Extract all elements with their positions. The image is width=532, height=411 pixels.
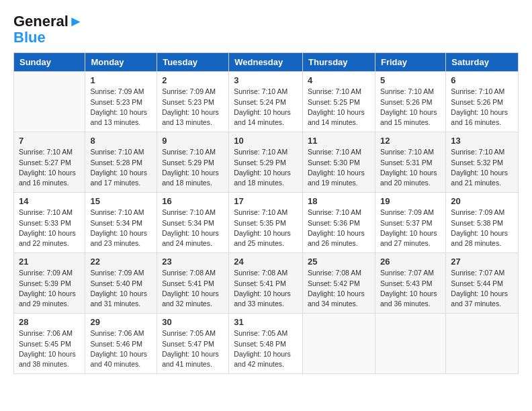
daylight-text-2: and 13 minutes. [90, 118, 152, 128]
sunrise-text: Sunrise: 7:10 AM [19, 147, 80, 157]
day-info: Sunrise: 7:10 AMSunset: 5:27 PMDaylight:… [19, 147, 80, 188]
daylight-text-2: and 27 minutes. [380, 238, 441, 248]
day-number: 13 [451, 136, 513, 146]
daylight-text-2: and 15 minutes. [380, 118, 441, 128]
sunrise-text: Sunrise: 7:08 AM [234, 268, 298, 278]
daylight-text-2: and 23 minutes. [90, 238, 152, 248]
sunset-text: Sunset: 5:40 PM [90, 279, 152, 289]
day-info: Sunrise: 7:09 AMSunset: 5:38 PMDaylight:… [451, 208, 513, 248]
calendar-cell: 6Sunrise: 7:10 AMSunset: 5:26 PMDaylight… [446, 72, 519, 132]
sunset-text: Sunset: 5:36 PM [308, 218, 370, 228]
header-tuesday: Tuesday [157, 53, 229, 72]
daylight-text: Daylight: 10 hours [90, 228, 152, 238]
daylight-text: Daylight: 10 hours [19, 349, 80, 359]
daylight-text-2: and 17 minutes. [90, 178, 152, 188]
daylight-text: Daylight: 10 hours [451, 228, 513, 238]
logo: General► Blue [13, 13, 83, 46]
day-number: 11 [308, 136, 370, 146]
day-number: 23 [162, 257, 224, 267]
sunrise-text: Sunrise: 7:09 AM [451, 208, 513, 218]
day-info: Sunrise: 7:06 AMSunset: 5:45 PMDaylight:… [19, 328, 80, 369]
daylight-text: Daylight: 10 hours [380, 107, 441, 118]
daylight-text: Daylight: 10 hours [162, 168, 224, 178]
day-number: 29 [90, 317, 152, 327]
header-monday: Monday [85, 53, 157, 72]
sunset-text: Sunset: 5:48 PM [234, 339, 298, 349]
day-info: Sunrise: 7:10 AMSunset: 5:24 PMDaylight:… [234, 87, 298, 128]
daylight-text: Daylight: 10 hours [234, 228, 298, 238]
day-number: 16 [162, 196, 224, 206]
sunrise-text: Sunrise: 7:09 AM [380, 208, 441, 218]
sunset-text: Sunset: 5:30 PM [308, 158, 370, 168]
calendar-cell [14, 72, 85, 132]
calendar-cell: 18Sunrise: 7:10 AMSunset: 5:36 PMDayligh… [303, 193, 375, 253]
day-number: 2 [162, 75, 224, 85]
day-info: Sunrise: 7:10 AMSunset: 5:29 PMDaylight:… [162, 147, 224, 188]
daylight-text-2: and 28 minutes. [451, 238, 513, 248]
daylight-text: Daylight: 10 hours [90, 349, 152, 359]
calendar-cell: 5Sunrise: 7:10 AMSunset: 5:26 PMDaylight… [375, 72, 445, 132]
sunset-text: Sunset: 5:35 PM [234, 218, 298, 228]
sunrise-text: Sunrise: 7:10 AM [234, 208, 298, 218]
calendar-cell: 7Sunrise: 7:10 AMSunset: 5:27 PMDaylight… [14, 132, 85, 193]
daylight-text: Daylight: 10 hours [162, 228, 224, 238]
sunset-text: Sunset: 5:44 PM [451, 279, 513, 289]
day-number: 30 [162, 317, 224, 327]
calendar-week-4: 21Sunrise: 7:09 AMSunset: 5:39 PMDayligh… [14, 253, 519, 314]
day-info: Sunrise: 7:09 AMSunset: 5:23 PMDaylight:… [162, 87, 224, 128]
sunset-text: Sunset: 5:29 PM [234, 158, 298, 168]
day-number: 15 [90, 196, 152, 206]
daylight-text: Daylight: 10 hours [234, 168, 298, 178]
day-info: Sunrise: 7:10 AMSunset: 5:34 PMDaylight:… [162, 208, 224, 248]
sunrise-text: Sunrise: 7:09 AM [90, 87, 152, 97]
day-info: Sunrise: 7:10 AMSunset: 5:30 PMDaylight:… [308, 147, 370, 188]
calendar-cell: 29Sunrise: 7:06 AMSunset: 5:46 PMDayligh… [85, 314, 157, 374]
sunrise-text: Sunrise: 7:09 AM [19, 268, 80, 278]
sunrise-text: Sunrise: 7:10 AM [234, 87, 298, 97]
calendar-cell: 11Sunrise: 7:10 AMSunset: 5:30 PMDayligh… [303, 132, 375, 193]
day-info: Sunrise: 7:10 AMSunset: 5:29 PMDaylight:… [234, 147, 298, 188]
page-header: General► Blue [13, 13, 519, 46]
daylight-text-2: and 16 minutes. [19, 178, 80, 188]
calendar-cell: 1Sunrise: 7:09 AMSunset: 5:23 PMDaylight… [85, 72, 157, 132]
sunset-text: Sunset: 5:28 PM [90, 158, 152, 168]
calendar-cell: 8Sunrise: 7:10 AMSunset: 5:28 PMDaylight… [85, 132, 157, 193]
day-info: Sunrise: 7:08 AMSunset: 5:41 PMDaylight:… [162, 268, 224, 309]
day-info: Sunrise: 7:05 AMSunset: 5:47 PMDaylight:… [162, 328, 224, 369]
daylight-text: Daylight: 10 hours [162, 107, 224, 118]
day-number: 10 [234, 136, 298, 146]
sunset-text: Sunset: 5:33 PM [19, 218, 80, 228]
calendar-cell: 12Sunrise: 7:10 AMSunset: 5:31 PMDayligh… [375, 132, 445, 193]
daylight-text: Daylight: 10 hours [308, 107, 370, 118]
day-info: Sunrise: 7:10 AMSunset: 5:25 PMDaylight:… [308, 87, 370, 128]
sunset-text: Sunset: 5:26 PM [380, 97, 441, 107]
calendar-cell: 17Sunrise: 7:10 AMSunset: 5:35 PMDayligh… [229, 193, 303, 253]
calendar-week-3: 14Sunrise: 7:10 AMSunset: 5:33 PMDayligh… [14, 193, 519, 253]
header-wednesday: Wednesday [229, 53, 303, 72]
daylight-text-2: and 18 minutes. [162, 178, 224, 188]
sunrise-text: Sunrise: 7:08 AM [162, 268, 224, 278]
daylight-text-2: and 31 minutes. [90, 299, 152, 309]
day-info: Sunrise: 7:09 AMSunset: 5:37 PMDaylight:… [380, 208, 441, 248]
daylight-text-2: and 14 minutes. [234, 118, 298, 128]
daylight-text: Daylight: 10 hours [90, 289, 152, 299]
day-info: Sunrise: 7:10 AMSunset: 5:26 PMDaylight:… [380, 87, 441, 128]
day-info: Sunrise: 7:10 AMSunset: 5:33 PMDaylight:… [19, 208, 80, 248]
sunrise-text: Sunrise: 7:10 AM [308, 208, 370, 218]
calendar-cell: 3Sunrise: 7:10 AMSunset: 5:24 PMDaylight… [229, 72, 303, 132]
day-number: 26 [380, 257, 441, 267]
daylight-text-2: and 40 minutes. [90, 359, 152, 369]
calendar-cell: 16Sunrise: 7:10 AMSunset: 5:34 PMDayligh… [157, 193, 229, 253]
header-saturday: Saturday [446, 53, 519, 72]
sunrise-text: Sunrise: 7:09 AM [162, 87, 224, 97]
day-number: 4 [308, 75, 370, 85]
sunrise-text: Sunrise: 7:09 AM [90, 268, 152, 278]
daylight-text-2: and 37 minutes. [451, 299, 513, 309]
sunrise-text: Sunrise: 7:10 AM [19, 208, 80, 218]
day-info: Sunrise: 7:10 AMSunset: 5:36 PMDaylight:… [308, 208, 370, 248]
daylight-text: Daylight: 10 hours [19, 228, 80, 238]
sunset-text: Sunset: 5:43 PM [380, 279, 441, 289]
calendar-cell: 31Sunrise: 7:05 AMSunset: 5:48 PMDayligh… [229, 314, 303, 374]
sunrise-text: Sunrise: 7:08 AM [308, 268, 370, 278]
day-number: 20 [451, 196, 513, 206]
